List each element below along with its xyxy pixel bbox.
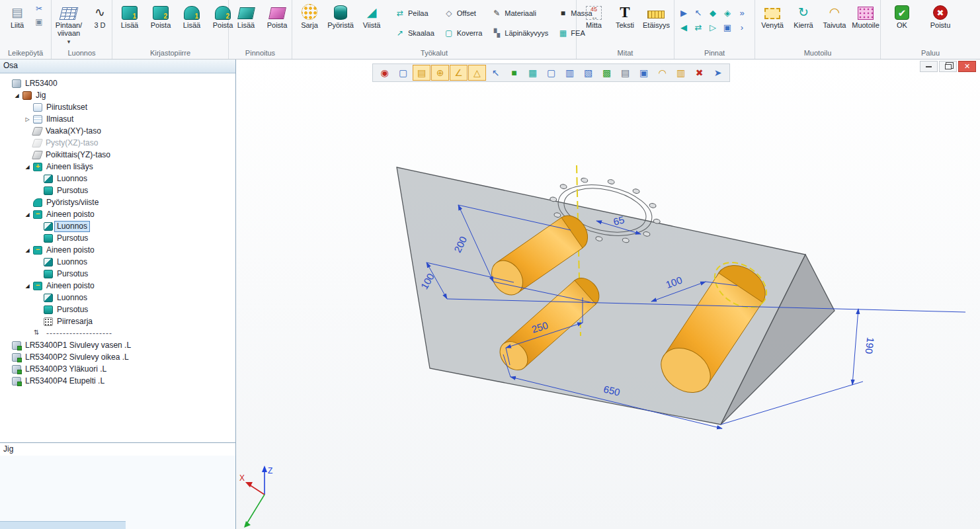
pin-icon[interactable]: ◉ — [376, 65, 393, 81]
tree-item[interactable]: Pursotus — [0, 232, 235, 244]
tree-item[interactable]: LR53400 — [0, 77, 235, 89]
hollow-button[interactable]: ▢ Koverra — [442, 26, 484, 40]
snap-perpendicular-icon[interactable]: ∠ — [450, 65, 468, 81]
face-next-icon[interactable]: » — [735, 6, 749, 19]
print-icon[interactable]: ▥ — [672, 65, 690, 81]
surface-mode-icon[interactable]: ◠ — [653, 65, 671, 81]
face-offset-icon[interactable]: ◆ — [706, 6, 719, 19]
pattern-series-button[interactable]: Sarja — [295, 2, 324, 30]
sketch-on-face-button[interactable]: Pintaan/ viivaan ▾ — [54, 2, 83, 46]
tree-item[interactable]: Luonnos — [0, 292, 235, 304]
paste-button[interactable]: ▤ Liitä — [3, 2, 32, 30]
bend-button[interactable]: ◠ Taivuta — [820, 2, 849, 30]
reshape-button[interactable]: Muotoile — [851, 2, 880, 30]
tree-item[interactable]: LR53400P1 Sivulevy vasen .L — [0, 339, 235, 351]
sketch-icon — [44, 294, 53, 302]
model-viewport[interactable]: 200 100 65 250 100 650 190 Z X ◉▢▤⊕∠△↖■▦… — [236, 60, 980, 529]
tree-item[interactable]: LR53400P3 Yläkuori .L — [0, 363, 235, 375]
select-face-icon[interactable]: ■ — [505, 65, 523, 81]
face-align-icon[interactable]: ▣ — [721, 20, 734, 34]
face-move-icon[interactable]: ▶ — [677, 6, 690, 19]
tree-item[interactable]: Pyöristys/viiste — [0, 196, 235, 208]
dimension-button[interactable]: Mitta — [579, 2, 608, 30]
fillet-button[interactable]: Pyöristä — [326, 2, 355, 30]
tree-item[interactable]: ▷ Ilmiasut — [0, 113, 235, 125]
tree-item[interactable]: ◢ Aineen poisto — [0, 208, 235, 220]
tree-item[interactable]: Luonnos — [0, 173, 235, 184]
tree-item[interactable]: LR53400P2 Sivulevy oikea .L — [0, 351, 235, 363]
select-rect-icon[interactable]: ▢ — [394, 65, 412, 81]
feature-list-icon[interactable]: ▤ — [616, 65, 634, 81]
tree-item[interactable]: Pursotus — [0, 304, 235, 315]
library-add-arch-button[interactable]: Lisää — [177, 2, 206, 30]
minimize-button[interactable] — [920, 61, 938, 72]
view-transparent-icon[interactable]: ▧ — [579, 65, 597, 81]
mirror-button[interactable]: ⇄ Peilaa — [393, 6, 436, 20]
ok-button[interactable]: ✔ OK — [887, 2, 917, 30]
scale-button[interactable]: ↗ Skaalaa — [393, 26, 436, 40]
pick-element-icon[interactable]: ↖ — [487, 65, 505, 81]
snap-tangent-icon[interactable]: △ — [468, 65, 486, 81]
tree-item[interactable]: Luonnos — [0, 220, 235, 232]
tree-item[interactable]: ◢ Aineen poisto — [0, 280, 235, 292]
view-wireframe-icon[interactable]: ▦ — [524, 65, 542, 81]
library-remove-button[interactable]: Poista — [146, 2, 175, 30]
cut-icon[interactable]: ✂ — [34, 3, 44, 14]
library-add-icon — [121, 3, 138, 20]
transparency-button[interactable]: ▚ Läpinäkyvyys — [490, 26, 550, 40]
text-button[interactable]: T Teksti — [610, 2, 639, 30]
twist-button[interactable]: ↻ Kierrä — [789, 2, 818, 30]
group-label: Työkalut — [292, 48, 576, 59]
tree-item[interactable]: ◢ Aineen poisto — [0, 244, 235, 256]
tree-item[interactable]: Pursotus — [0, 268, 235, 280]
tree-expander-icon[interactable]: ◢ — [24, 164, 31, 170]
3d-scene[interactable]: 200 100 65 250 100 650 190 Z X — [236, 60, 980, 529]
face-flip-icon[interactable]: ⇄ — [692, 20, 705, 34]
tree-expander-icon[interactable]: ◢ — [24, 212, 31, 218]
offset-button[interactable]: ◇ Offset — [442, 6, 484, 20]
view-shaded-icon[interactable]: ▥ — [561, 65, 579, 81]
tree-item[interactable]: Piirustukset — [0, 101, 235, 113]
material-button[interactable]: ✎ Materiaali — [490, 6, 550, 20]
coating-remove-button[interactable]: Poista — [263, 2, 292, 30]
tree-item[interactable]: Vaaka(XY)-taso — [0, 125, 235, 137]
tree-item[interactable]: Piirresarja — [0, 315, 235, 327]
tree-expander-icon[interactable]: ◢ — [24, 247, 31, 253]
tree-expander-icon[interactable]: ▷ — [24, 116, 31, 122]
horizontal-scrollbar[interactable] — [0, 521, 126, 529]
coating-add-button[interactable]: Lisää — [231, 2, 261, 30]
snap-center-icon[interactable]: ⊕ — [431, 65, 449, 81]
tree-expander-icon[interactable]: ◢ — [13, 93, 20, 99]
restore-button[interactable] — [939, 61, 957, 72]
face-pick-icon[interactable]: ↖ — [692, 6, 705, 19]
tree-expander-icon[interactable]: ◢ — [24, 283, 31, 289]
distance-button[interactable]: Etäisyys — [641, 2, 671, 30]
tree-item[interactable]: Pysty(XZ)-taso — [0, 137, 235, 149]
layers-icon[interactable]: ▣ — [635, 65, 653, 81]
tree-item[interactable]: Luonnos — [0, 256, 235, 268]
face-expand-icon[interactable]: ▷ — [706, 20, 719, 34]
copy-icon[interactable]: ▣ — [34, 17, 44, 27]
ribbon-group-coating: Lisää Poista Pinnoitus — [229, 0, 292, 59]
select-arrow-icon[interactable]: ➤ — [709, 65, 727, 81]
face-copy-icon[interactable]: ◈ — [721, 6, 734, 19]
tree-item[interactable]: ◢ Jig — [0, 89, 235, 101]
face-prev-icon[interactable]: › — [735, 20, 749, 34]
sketch-3d-button[interactable]: ∿ 3 D — [85, 2, 114, 30]
view-hidden-icon[interactable]: ▢ — [542, 65, 560, 81]
view-section-icon[interactable]: ▩ — [598, 65, 616, 81]
tree-item[interactable]: LR53400P4 Etupelti .L — [0, 375, 235, 387]
ok-check-icon: ✔ — [893, 3, 911, 20]
tree-item[interactable]: Pursotus — [0, 184, 235, 196]
face-shrink-icon[interactable]: ◀ — [677, 20, 690, 34]
tree-item[interactable]: Poikittais(YZ)-taso — [0, 149, 235, 161]
close-button[interactable]: ✕ — [958, 61, 976, 72]
delete-icon[interactable]: ✖ — [690, 65, 708, 81]
tree-item[interactable]: ◢ Aineen lisäys — [0, 161, 235, 173]
measure-icon[interactable]: ▤ — [413, 65, 430, 81]
library-add-button[interactable]: Lisää — [115, 2, 144, 30]
stretch-button[interactable]: Venytä — [758, 2, 787, 30]
exit-button[interactable]: ✖ Poistu — [926, 2, 955, 30]
chamfer-button[interactable]: ◢ Viistä — [357, 2, 386, 30]
tree-item[interactable]: -------------------- — [0, 327, 235, 339]
